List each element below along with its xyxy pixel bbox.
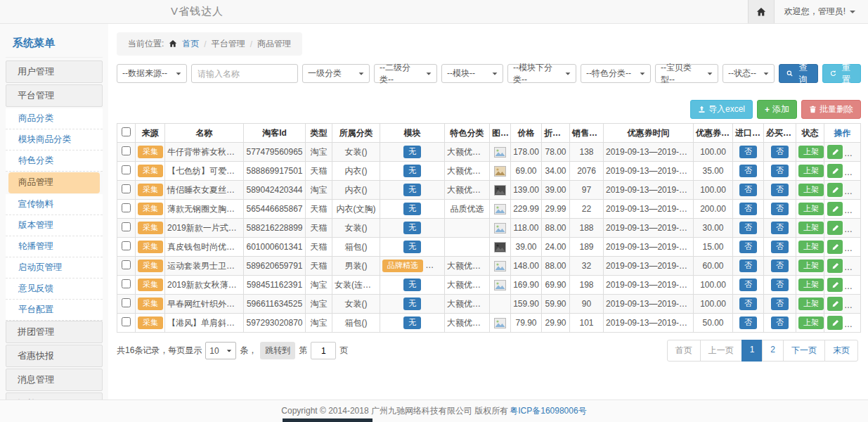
icp-link[interactable]: 粤ICP备16098006号 xyxy=(510,405,586,417)
status-badge[interactable]: 上架 xyxy=(798,222,824,234)
sidebar-item-平台配置[interactable]: 平台配置 xyxy=(6,300,103,321)
sidebar-item-消息管理[interactable]: 消息管理 xyxy=(6,369,103,391)
status-badge[interactable]: 上架 xyxy=(798,165,824,177)
scrollbar-thumb[interactable] xyxy=(283,418,373,422)
import-toggle-badge[interactable]: 否 xyxy=(739,316,757,329)
must-buy-toggle-badge[interactable]: 否 xyxy=(771,298,789,310)
row-checkbox[interactable] xyxy=(122,279,131,288)
import-toggle-badge[interactable]: 否 xyxy=(739,146,757,158)
name-search-input[interactable] xyxy=(191,64,298,83)
import-toggle-badge[interactable]: 否 xyxy=(739,203,757,215)
module-none-badge[interactable]: 无 xyxy=(403,165,421,177)
sidebar-item-模块商品分类[interactable]: 模块商品分类 xyxy=(6,129,103,151)
page-button-末页[interactable]: 末页 xyxy=(824,340,858,362)
edit-button[interactable] xyxy=(827,316,843,330)
edit-button[interactable] xyxy=(827,202,843,216)
must-buy-toggle-badge[interactable]: 否 xyxy=(771,203,789,215)
import-toggle-badge[interactable]: 否 xyxy=(739,184,757,196)
sidebar-item-用户管理[interactable]: 用户管理 xyxy=(6,60,103,83)
row-checkbox[interactable] xyxy=(122,184,131,193)
module-none-badge[interactable]: 无 xyxy=(403,316,421,329)
per-page-select[interactable]: 10 xyxy=(205,342,236,359)
sidebar-item-商品分类[interactable]: 商品分类 xyxy=(6,108,103,129)
import-toggle-badge[interactable]: 否 xyxy=(739,260,757,272)
must-buy-toggle-badge[interactable]: 否 xyxy=(771,146,789,158)
row-checkbox[interactable] xyxy=(122,241,131,250)
import-toggle-badge[interactable]: 否 xyxy=(739,279,757,291)
sidebar-item-启动页管理[interactable]: 启动页管理 xyxy=(6,257,103,279)
reset-button[interactable]: 重置 xyxy=(822,64,862,83)
row-checkbox[interactable] xyxy=(122,146,131,155)
sidebar-item-轮播管理[interactable]: 轮播管理 xyxy=(6,236,103,257)
row-checkbox[interactable] xyxy=(122,298,131,307)
status-badge[interactable]: 上架 xyxy=(798,279,824,291)
status-badge[interactable]: 上架 xyxy=(798,298,824,310)
filter-select-模块[interactable]: --模块-- xyxy=(441,64,503,83)
must-buy-toggle-badge[interactable]: 否 xyxy=(771,279,789,291)
filter-select-数据来源[interactable]: --数据来源-- xyxy=(117,64,187,83)
page-button-首页[interactable]: 首页 xyxy=(667,340,701,362)
must-buy-toggle-badge[interactable]: 否 xyxy=(771,222,789,234)
sidebar-item-意见反馈[interactable]: 意见反馈 xyxy=(6,279,103,300)
must-buy-toggle-badge[interactable]: 否 xyxy=(771,165,789,177)
import-toggle-badge[interactable]: 否 xyxy=(739,241,757,253)
page-button-上一页[interactable]: 上一页 xyxy=(700,340,742,362)
status-badge[interactable]: 上架 xyxy=(798,146,824,158)
filter-select-二级分类[interactable]: --二级分类-- xyxy=(374,64,437,83)
edit-button[interactable] xyxy=(827,145,843,159)
search-button[interactable]: 查询 xyxy=(779,64,818,83)
sidebar-item-平台管理[interactable]: 平台管理 xyxy=(6,84,103,107)
filter-select-一级分类[interactable]: 一级分类 xyxy=(302,64,370,83)
status-badge[interactable]: 上架 xyxy=(798,184,824,196)
sidebar-item-宣传物料[interactable]: 宣传物料 xyxy=(6,194,103,215)
status-badge[interactable]: 上架 xyxy=(798,203,824,215)
module-none-badge[interactable]: 无 xyxy=(403,279,421,291)
edit-button[interactable] xyxy=(827,240,843,254)
row-checkbox[interactable] xyxy=(122,260,131,269)
page-button-下一页[interactable]: 下一页 xyxy=(783,340,825,362)
sidebar-item-订单管理[interactable]: 订单管理 xyxy=(6,392,103,399)
home-button[interactable] xyxy=(748,0,775,23)
edit-button[interactable] xyxy=(827,164,843,178)
page-button-1[interactable]: 1 xyxy=(741,340,763,362)
must-buy-toggle-badge[interactable]: 否 xyxy=(771,241,789,253)
row-checkbox[interactable] xyxy=(122,165,131,174)
import-toggle-badge[interactable]: 否 xyxy=(739,298,757,310)
batch-delete-button[interactable]: 批量删除 xyxy=(801,100,861,119)
status-badge[interactable]: 上架 xyxy=(798,241,824,253)
sidebar-item-特色分类[interactable]: 特色分类 xyxy=(6,151,103,172)
import-toggle-badge[interactable]: 否 xyxy=(739,165,757,177)
sidebar-item-商品管理[interactable]: 商品管理 xyxy=(8,172,100,193)
status-badge[interactable]: 上架 xyxy=(798,260,824,272)
page-button-2[interactable]: 2 xyxy=(762,340,784,362)
status-badge[interactable]: 上架 xyxy=(798,316,824,329)
must-buy-toggle-badge[interactable]: 否 xyxy=(771,184,789,196)
jump-button[interactable]: 跳转到 xyxy=(260,342,295,359)
select-all-checkbox[interactable] xyxy=(122,127,131,136)
module-none-badge[interactable]: 无 xyxy=(403,146,421,158)
filter-select-状态[interactable]: --状态-- xyxy=(723,64,775,83)
sidebar-item-省惠快报[interactable]: 省惠快报 xyxy=(6,345,103,367)
add-button[interactable]: + 添加 xyxy=(757,100,797,119)
page-number-input[interactable] xyxy=(311,342,336,359)
sidebar-item-拼团管理[interactable]: 拼团管理 xyxy=(6,321,103,343)
import-excel-button[interactable]: 导入excel xyxy=(690,100,753,119)
filter-select-特色分类[interactable]: --特色分类-- xyxy=(581,64,651,83)
must-buy-toggle-badge[interactable]: 否 xyxy=(771,260,789,272)
module-none-badge[interactable]: 无 xyxy=(403,222,421,234)
edit-button[interactable] xyxy=(827,259,843,273)
module-none-badge[interactable]: 无 xyxy=(403,241,421,253)
user-menu[interactable]: 欢迎您，管理员! xyxy=(775,0,868,23)
module-none-badge[interactable]: 无 xyxy=(403,298,421,310)
edit-button[interactable] xyxy=(827,221,843,235)
module-none-badge[interactable]: 无 xyxy=(403,203,421,215)
row-checkbox[interactable] xyxy=(122,203,131,212)
import-toggle-badge[interactable]: 否 xyxy=(739,222,757,234)
must-buy-toggle-badge[interactable]: 否 xyxy=(771,316,789,329)
row-checkbox[interactable] xyxy=(122,317,131,326)
breadcrumb-home-link[interactable]: 首页 xyxy=(182,38,199,50)
edit-button[interactable] xyxy=(827,278,843,292)
module-none-badge[interactable]: 无 xyxy=(403,184,421,196)
filter-select-宝贝类型[interactable]: --宝贝类型-- xyxy=(655,64,718,83)
row-checkbox[interactable] xyxy=(122,222,131,231)
